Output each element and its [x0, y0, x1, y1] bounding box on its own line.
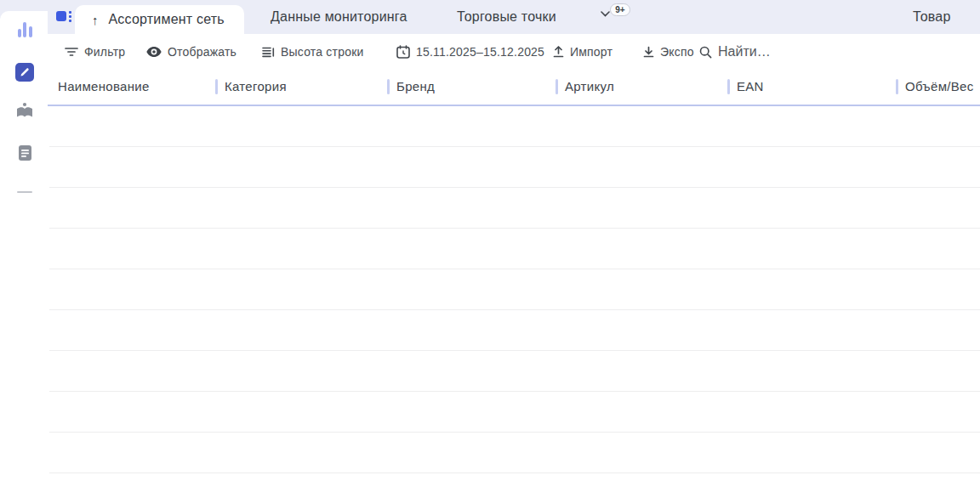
column-separator	[727, 79, 730, 94]
filter-button[interactable]: Фильтр	[65, 34, 125, 70]
table-row	[49, 392, 980, 433]
tab-label: Данные мониторинга	[271, 9, 407, 25]
table-row	[49, 229, 980, 269]
apps-menu-icon[interactable]	[56, 11, 73, 22]
table-row	[49, 351, 980, 392]
column-separator	[387, 79, 390, 94]
tab-trade-points[interactable]: Торговые точки	[457, 0, 556, 34]
table-row	[49, 106, 980, 147]
table-row	[49, 147, 980, 188]
column-header-category[interactable]: Категория	[215, 68, 387, 105]
tab-label: Торговые точки	[457, 9, 556, 25]
search-icon	[699, 46, 712, 59]
search-input[interactable]	[718, 44, 795, 59]
column-label: Наименование	[58, 79, 150, 93]
column-header-name[interactable]: Наименование	[48, 68, 215, 105]
column-header-volume-weight[interactable]: Объём/Вес	[896, 68, 980, 105]
display-columns-button[interactable]: Отображать	[146, 34, 236, 70]
download-icon	[643, 46, 654, 58]
date-range-button[interactable]: 15.11.2025–15.12.2025	[396, 34, 544, 70]
column-separator	[556, 79, 558, 94]
date-range-value: 15.11.2025–15.12.2025	[416, 45, 544, 59]
column-header-brand[interactable]: Бренд	[387, 68, 556, 105]
tab-product[interactable]: Товар	[913, 0, 951, 34]
tab-assortment-network[interactable]: ↑ Ассортимент сеть	[75, 5, 244, 34]
export-button[interactable]: Экспорт	[643, 34, 694, 70]
filter-icon	[65, 47, 78, 57]
sidebar-item-analytics[interactable]	[14, 20, 35, 40]
upload-icon	[553, 46, 564, 58]
search-box[interactable]	[699, 34, 795, 70]
sidebar-divider	[17, 191, 32, 193]
import-label: Импорт	[570, 45, 612, 59]
table-body	[49, 106, 980, 473]
table-row	[49, 188, 980, 229]
sidebar-item-assortment[interactable]	[14, 62, 35, 82]
calendar-icon	[396, 45, 410, 59]
toolbar: Фильтр Отображать Высота строки 15.11.20…	[48, 34, 980, 70]
column-header-sku[interactable]: Артикул	[556, 68, 727, 105]
bar-chart-icon	[18, 22, 32, 37]
filter-label: Фильтр	[84, 45, 125, 59]
book-icon	[15, 102, 34, 120]
column-header-ean[interactable]: EAN	[727, 68, 896, 105]
table-row	[49, 433, 980, 473]
table-row	[49, 269, 980, 310]
column-label: Бренд	[396, 79, 435, 93]
tabs-overflow-button[interactable]: 9+	[601, 3, 635, 22]
tab-bar: ↑ Ассортимент сеть Данные мониторинга То…	[0, 0, 980, 34]
table-header: Наименование Категория Бренд Артикул EAN…	[48, 68, 980, 106]
document-icon	[18, 144, 32, 161]
import-button[interactable]: Импорт	[553, 34, 612, 70]
column-label: Артикул	[565, 79, 614, 93]
sidebar-item-catalog[interactable]	[14, 100, 35, 121]
tab-label: Товар	[913, 9, 951, 25]
export-label: Экспорт	[660, 45, 694, 59]
column-label: EAN	[737, 79, 764, 93]
row-height-icon	[262, 47, 275, 58]
display-label: Отображать	[168, 45, 236, 59]
sidebar	[0, 11, 48, 481]
table-row	[49, 310, 980, 351]
column-separator	[896, 79, 898, 94]
row-height-button[interactable]: Высота строки	[262, 34, 364, 70]
column-label: Категория	[225, 79, 287, 93]
sort-up-icon: ↑	[92, 14, 99, 26]
column-separator	[215, 79, 218, 94]
tab-label: Ассортимент сеть	[109, 12, 225, 27]
column-label: Объём/Вес	[905, 79, 974, 93]
eye-icon	[146, 47, 162, 57]
clipboard-edit-icon	[15, 63, 34, 82]
sidebar-item-documents[interactable]	[14, 143, 35, 163]
tab-monitoring-data[interactable]: Данные мониторинга	[271, 0, 407, 34]
row-height-label: Высота строки	[281, 45, 364, 59]
tabs-overflow-badge: 9+	[610, 3, 630, 16]
chevron-down-icon	[601, 11, 610, 17]
